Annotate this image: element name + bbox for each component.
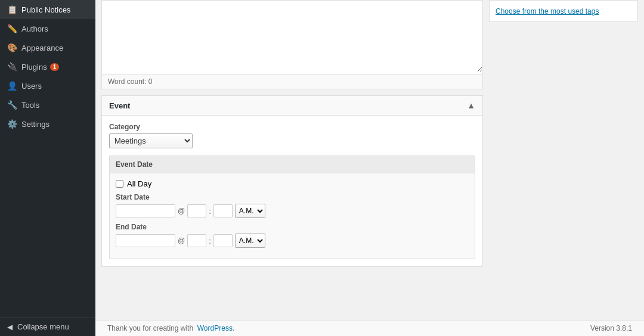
start-date-label: Start Date — [116, 193, 469, 201]
appearance-icon: 🎨 — [7, 43, 17, 52]
content-area: Word count: 0 Event ▲ Category Meetings … — [95, 0, 644, 320]
start-hour-input[interactable] — [187, 204, 206, 217]
tools-icon: 🔧 — [7, 100, 17, 110]
users-icon: 👤 — [7, 81, 17, 91]
sidebar-item-label-settings: Settings — [21, 120, 49, 129]
collapse-menu-label: Collapse menu — [17, 322, 69, 331]
all-day-checkbox[interactable] — [116, 180, 123, 188]
start-minute-input[interactable] — [213, 204, 233, 217]
event-date-body: All Day Start Date @ : — [110, 173, 475, 259]
footer: Thank you for creating with WordPress. V… — [95, 320, 644, 336]
end-date-row: @ : A.M. P.M. — [116, 234, 469, 248]
category-label: Category — [109, 123, 475, 131]
start-at-sign: @ — [178, 207, 185, 215]
sidebar-item-label-public-notices: Public Notices — [21, 5, 70, 14]
editor-area: Word count: 0 — [101, 0, 483, 89]
sidebar-item-label-tools: Tools — [21, 101, 39, 110]
sidebar-item-label-plugins: Plugins — [21, 63, 47, 71]
event-date-section: Event Date All Day Start Date — [109, 155, 475, 259]
start-colon: : — [209, 207, 211, 216]
event-metabox-title: Event — [109, 101, 130, 110]
event-date-title: Event Date — [116, 160, 153, 169]
sidebar-item-users[interactable]: 👤 Users — [0, 76, 95, 95]
main-area: Word count: 0 Event ▲ Category Meetings … — [95, 0, 644, 336]
end-at-sign: @ — [178, 237, 185, 245]
tags-box: Choose from the most used tags — [489, 0, 638, 22]
plugins-icon: 🔌 — [7, 62, 17, 71]
end-hour-input[interactable] — [187, 234, 206, 247]
sidebar-item-settings[interactable]: ⚙️ Settings — [0, 114, 95, 133]
event-metabox-content: Category Meetings Public Notices Events … — [102, 116, 482, 266]
sidebar-item-tools[interactable]: 🔧 Tools — [0, 95, 95, 114]
footer-text: Thank you for creating with WordPress. — [107, 324, 234, 332]
sidebar-item-label-appearance: Appearance — [21, 43, 63, 52]
footer-wp-link[interactable]: WordPress — [197, 324, 233, 332]
event-metabox: Event ▲ Category Meetings Public Notices… — [101, 95, 483, 267]
center-column: Word count: 0 Event ▲ Category Meetings … — [95, 0, 489, 320]
end-colon: : — [209, 237, 211, 245]
sidebar-item-authors[interactable]: ✏️ Authors — [0, 19, 95, 38]
end-ampm-select[interactable]: A.M. P.M. — [235, 234, 265, 248]
start-date-input[interactable] — [116, 204, 175, 217]
collapse-menu-button[interactable]: ◀ Collapse menu — [0, 317, 95, 336]
start-ampm-select[interactable]: A.M. P.M. — [235, 204, 265, 218]
sidebar-item-label-authors: Authors — [21, 24, 48, 33]
plugins-badge: 1 — [50, 63, 60, 71]
sidebar: 📋 Public Notices ✏️ Authors 🎨 Appearance… — [0, 0, 95, 336]
settings-icon: ⚙️ — [7, 119, 17, 129]
sidebar-item-public-notices[interactable]: 📋 Public Notices — [0, 0, 95, 19]
end-minute-input[interactable] — [213, 234, 233, 247]
all-day-label: All Day — [127, 179, 151, 188]
public-notices-icon: 📋 — [7, 5, 17, 14]
authors-icon: ✏️ — [7, 24, 17, 33]
post-editor[interactable] — [102, 1, 482, 72]
metabox-toggle-icon[interactable]: ▲ — [467, 101, 475, 110]
footer-version: Version 3.8.1 — [590, 324, 632, 332]
event-date-header: Event Date — [110, 156, 475, 173]
category-select[interactable]: Meetings Public Notices Events — [109, 133, 193, 148]
event-metabox-header[interactable]: Event ▲ — [102, 96, 482, 116]
end-date-label: End Date — [116, 223, 469, 231]
footer-thank-you: Thank you for creating with — [107, 324, 193, 332]
word-count-label: Word count: — [108, 77, 146, 86]
collapse-icon: ◀ — [7, 323, 13, 331]
sidebar-item-plugins[interactable]: 🔌 Plugins 1 — [0, 57, 95, 76]
all-day-row: All Day — [116, 179, 469, 188]
sidebar-item-label-users: Users — [21, 82, 42, 91]
end-date-input[interactable] — [116, 234, 175, 247]
right-sidebar: Choose from the most used tags — [489, 0, 644, 320]
word-count-value: 0 — [148, 77, 153, 86]
start-date-row: @ : A.M. P.M. — [116, 204, 469, 218]
choose-tags-link[interactable]: Choose from the most used tags — [496, 7, 599, 15]
word-count-bar: Word count: 0 — [102, 74, 482, 89]
sidebar-item-appearance[interactable]: 🎨 Appearance — [0, 38, 95, 57]
